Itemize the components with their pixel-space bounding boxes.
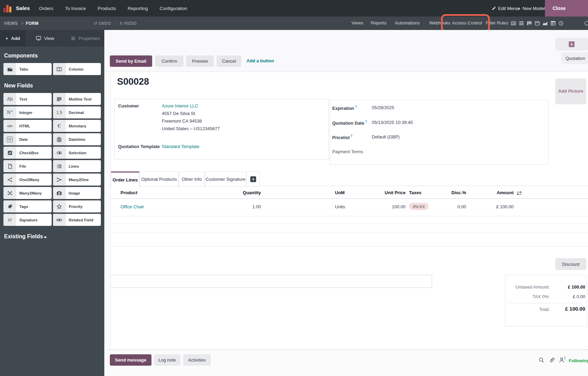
add-tab-button[interactable]: + xyxy=(246,171,260,187)
html-icon: </> xyxy=(3,120,16,132)
redo-button[interactable]: ↻ REDO xyxy=(119,21,137,26)
tax-badge[interactable]: 0% EX xyxy=(409,203,429,210)
activities-button[interactable]: Activities xyxy=(183,354,211,366)
undo-button[interactable]: ↺ UNDO xyxy=(94,21,111,26)
studio-nav-views[interactable]: Views xyxy=(347,20,368,25)
field-many2one[interactable]: Many2One xyxy=(53,174,101,186)
view-icon-activity[interactable] xyxy=(558,21,564,27)
field-signature[interactable]: ℓℓ Signature xyxy=(3,214,52,226)
customer-address-line: United States – US12345677 xyxy=(162,126,220,131)
field-checkbox[interactable]: CheckBox xyxy=(3,147,52,159)
uom-cell[interactable]: Units xyxy=(335,204,345,209)
add-picture-placeholder[interactable]: Add Picture xyxy=(555,79,586,104)
field-priority[interactable]: Priority xyxy=(53,200,101,212)
studio-toolbar: VIEWS > FORM ↺ UNDO | ↻ REDO Views Repor… xyxy=(0,17,588,30)
odoo-logo-icon[interactable] xyxy=(3,3,12,13)
quotation-template-link[interactable]: Standard Template xyxy=(162,144,199,149)
file-icon xyxy=(3,160,16,172)
field-one2many[interactable]: One2Many xyxy=(3,174,52,186)
view-icon-pivot[interactable] xyxy=(550,21,556,27)
breadcrumb-views[interactable]: VIEWS xyxy=(4,21,18,26)
send-message-button[interactable]: Send message xyxy=(110,354,151,366)
customer-link[interactable]: Azure Interior LLC xyxy=(162,103,198,108)
field-file[interactable]: File xyxy=(3,160,52,172)
edit-menu-button[interactable]: Edit Menu xyxy=(492,0,518,17)
app-name[interactable]: Sales xyxy=(12,5,33,11)
view-icon-list[interactable] xyxy=(519,21,524,27)
view-icon-partial[interactable] xyxy=(584,21,588,27)
studio-nav-reports[interactable]: Reports xyxy=(366,20,391,25)
terms-input-placeholder[interactable] xyxy=(110,275,432,288)
existing-fields-heading[interactable]: Existing Fields ▸ xyxy=(4,233,101,240)
product-link[interactable]: Office Chair xyxy=(120,204,144,209)
image-icon xyxy=(53,187,66,199)
discount-cell[interactable]: 0.00 xyxy=(458,204,466,209)
pricelist-value[interactable]: Default (GBP) xyxy=(372,134,400,139)
cancel-button[interactable]: Cancel xyxy=(217,55,241,67)
optional-columns-icon[interactable] xyxy=(516,191,522,197)
payment-terms-label[interactable]: Payment Terms xyxy=(332,149,363,154)
field-tags[interactable]: Tags xyxy=(3,200,52,212)
record-title[interactable]: S00028 xyxy=(117,76,149,87)
field-integer[interactable]: N° Integer xyxy=(3,106,52,118)
new-model-button[interactable]: + New Model xyxy=(517,0,545,17)
view-icon-graph[interactable] xyxy=(543,21,548,27)
close-studio-button[interactable]: Close xyxy=(545,0,588,17)
add-a-button-link[interactable]: Add a button xyxy=(246,58,274,63)
component-tabs[interactable]: Tabs xyxy=(3,63,52,75)
field-lines[interactable]: Lines xyxy=(53,160,101,172)
component-column[interactable]: Column xyxy=(53,63,101,75)
field-many2many[interactable]: Many2Many xyxy=(3,187,52,199)
unit-price-cell[interactable]: 100.00 xyxy=(392,204,406,209)
field-image[interactable]: Image xyxy=(53,187,101,199)
expiration-value[interactable]: 05/28/2025 xyxy=(372,105,394,110)
following-button[interactable]: Following xyxy=(569,358,588,363)
sidebar-tab-add[interactable]: + Add xyxy=(0,30,25,46)
discount-button[interactable]: Discount xyxy=(555,258,586,270)
field-decimal[interactable]: 1.5 Decimal xyxy=(53,106,101,118)
menu-products[interactable]: Products xyxy=(92,6,122,11)
column-icon xyxy=(53,63,66,75)
search-messages-icon[interactable] xyxy=(538,357,544,364)
add-stat-button[interactable]: + xyxy=(555,38,588,51)
expiration-label: Expiration? xyxy=(332,105,357,111)
date-icon: 21 xyxy=(3,133,16,145)
row-divider xyxy=(110,232,588,232)
field-monetary[interactable]: € Monetary xyxy=(53,120,101,132)
menu-orders[interactable]: Orders xyxy=(33,6,59,11)
field-multiline-text[interactable]: Multine Text xyxy=(53,93,101,105)
field-datetime[interactable]: Datetime xyxy=(53,133,101,145)
multiline-text-icon xyxy=(53,93,66,105)
menu-reporting[interactable]: Reporting xyxy=(122,6,154,11)
tab-order-lines[interactable]: Order Lines xyxy=(111,171,139,187)
tab-customer-signature[interactable]: Customer Signature xyxy=(205,171,246,187)
table-row[interactable] xyxy=(110,199,588,216)
view-icon-calendar[interactable] xyxy=(535,21,540,27)
followers-icon[interactable]: 1 xyxy=(559,357,565,364)
field-text[interactable]: Ab Text xyxy=(3,93,52,105)
menu-configuration[interactable]: Configuration xyxy=(154,6,193,11)
confirm-button[interactable]: Confirm xyxy=(155,55,183,67)
tab-optional-products[interactable]: Optional Products xyxy=(139,171,179,187)
quantity-cell[interactable]: 1.00 xyxy=(252,204,261,209)
col-amount: Amount xyxy=(497,190,514,195)
studio-nav-automations[interactable]: Automations xyxy=(390,20,424,25)
breadcrumb-form: FORM xyxy=(26,21,39,26)
menu-to-invoice[interactable]: To Invoice xyxy=(59,6,92,11)
attachment-icon[interactable] xyxy=(549,357,555,364)
sidebar-tab-view[interactable]: View xyxy=(30,30,60,46)
preview-button[interactable]: Preview xyxy=(186,55,214,67)
stage-quotation-button[interactable]: Quotation xyxy=(561,52,588,64)
view-icon-kanban[interactable] xyxy=(527,21,532,27)
log-note-button[interactable]: Log note xyxy=(154,354,180,366)
sidebar-tab-properties[interactable]: Properties xyxy=(65,30,105,46)
field-html[interactable]: </> HTML xyxy=(3,120,52,132)
quotation-date-value[interactable]: 05/13/2025 10:39:45 xyxy=(372,120,413,125)
view-icon-form[interactable] xyxy=(511,21,516,27)
field-date[interactable]: 21 Date xyxy=(3,133,52,145)
field-related[interactable]: Related Field xyxy=(53,214,101,226)
tab-other-info[interactable]: Other Info xyxy=(179,171,205,187)
field-selection[interactable]: Selection xyxy=(53,147,101,159)
send-by-email-button[interactable]: Send by Email xyxy=(110,55,152,67)
chatter-separator xyxy=(107,349,588,350)
